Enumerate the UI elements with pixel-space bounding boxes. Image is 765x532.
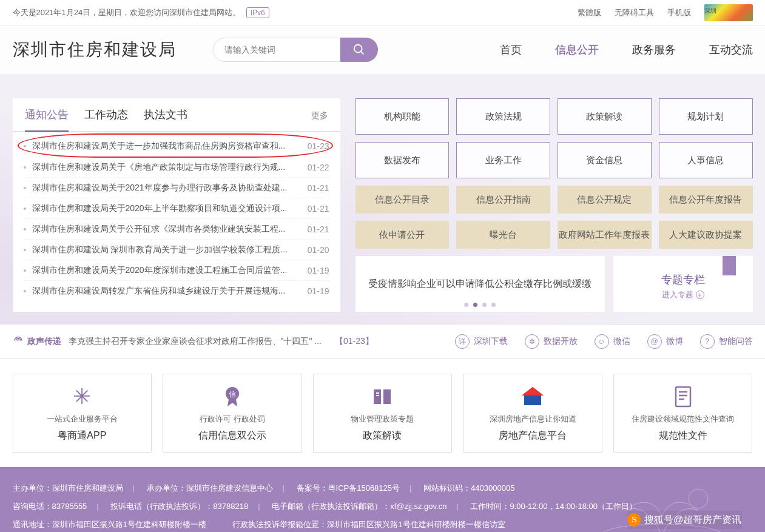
news-title[interactable]: 深圳市住房和建设局 深圳市教育局关于进一步加强学校装修工程质... <box>32 244 298 255</box>
grid-cell[interactable]: 机构职能 <box>356 98 450 135</box>
carousel-dots <box>464 303 496 307</box>
news-title[interactable]: 深圳市住房和建设局关于2021年度参与办理行政事务及协助查处建... <box>32 183 298 194</box>
grid-cell[interactable]: 信息公开年度报告 <box>659 186 753 214</box>
grid-cell[interactable]: 政府网站工作年度报表 <box>558 221 652 249</box>
news-item: 深圳市住房和建设局关于《房地产政策制定与市场管理行政行为规...01-22 <box>24 157 329 177</box>
link-traditional[interactable]: 繁體版 <box>578 0 601 25</box>
service-card[interactable]: 住房建设领域规范性文件查询规范性文件 <box>613 374 753 453</box>
policy-ticker-row: 政声传递 李克强主持召开专家企业家座谈会征求对政府工作报告、"十四五" ... … <box>0 324 765 359</box>
news-item: 深圳市住房和建设局 深圳市教育局关于进一步加强学校装修工程质...01-20 <box>24 239 329 260</box>
news-title[interactable]: 深圳市住房和建设局关于2020年度深圳市建设工程施工合同后监管... <box>32 265 298 276</box>
footer-email: 电子邮箱（行政执法投诉邮箱）：xf@zjj.sz.gov.cn <box>272 502 447 511</box>
plus-icon: + <box>696 291 704 299</box>
footer-host: 主办单位：深圳市住房和建设局 <box>13 483 123 493</box>
grid-cell[interactable]: 数据发布 <box>356 142 450 178</box>
link-icon: 详 <box>455 334 470 349</box>
main-nav: 首页 信息公开 政务服务 互动交流 <box>500 42 753 57</box>
tab-enforcement[interactable]: 执法文书 <box>144 107 187 130</box>
quick-link[interactable]: ✲数据开放 <box>525 334 578 349</box>
card-icon <box>672 385 694 409</box>
quick-link[interactable]: @微博 <box>647 334 683 349</box>
search-button[interactable] <box>340 38 378 62</box>
news-date: 01-21 <box>308 224 329 234</box>
info-grid: 机构职能政策法规政策解读规划计划 数据发布业务工作资金信息人事信息 信息公开目录… <box>356 98 753 312</box>
nav-home[interactable]: 首页 <box>500 42 522 57</box>
topics-title: 专题专栏 <box>661 272 705 287</box>
tab-work-news[interactable]: 工作动态 <box>84 107 128 130</box>
grid-cell[interactable]: 业务工作 <box>456 142 550 178</box>
news-date: 01-22 <box>308 163 329 172</box>
grid-cell[interactable]: 政策解读 <box>558 98 652 135</box>
card-icon <box>370 385 394 409</box>
bullet-icon <box>24 290 26 292</box>
ticker-text[interactable]: 李克强主持召开专家企业家座谈会征求对政府工作报告、"十四五" ... <box>69 336 322 347</box>
site-title[interactable]: 深圳市住房和建设局 <box>13 38 177 61</box>
broadcast-icon <box>13 336 24 347</box>
nav-info-disclosure[interactable]: 信息公开 <box>555 42 599 57</box>
grid-cell[interactable]: 依申请公开 <box>356 221 450 249</box>
news-item: 深圳市住房和建设局关于进一步加强我市商品住房购房资格审查和...01-23 <box>24 136 329 157</box>
policy-label: 政声传递 <box>13 336 61 347</box>
banner-carousel[interactable]: 受疫情影响企业可以申请降低公积金缴存比例或缓缴 <box>356 256 605 312</box>
news-title[interactable]: 深圳市住房和建设局转发广东省住房和城乡建设厅关于开展违规海... <box>32 286 298 297</box>
service-cards: ✳一站式企业服务平台粤商通APP信行政许可 行政处罚信用信息双公示物业管理政策专… <box>0 359 765 467</box>
news-title[interactable]: 深圳市住房和建设局关于进一步加强我市商品住房购房资格审查和... <box>32 141 298 152</box>
service-card[interactable]: 深圳房地产信息让你知道房地产信息平台 <box>463 374 602 453</box>
grid-cell[interactable]: 人大建议政协提案 <box>659 221 753 249</box>
banner-text: 受疫情影响企业可以申请降低公积金缴存比例或缓缴 <box>368 278 591 291</box>
ipv6-badge[interactable]: IPv6 <box>246 7 269 18</box>
nav-gov-services[interactable]: 政务服务 <box>632 42 676 57</box>
footer-icp[interactable]: 备案号：粤ICP备15068125号 <box>297 483 400 493</box>
service-card[interactable]: 信行政许可 行政处罚信用信息双公示 <box>163 374 302 453</box>
news-item: 深圳市住房和建设局关于2020年上半年勘察项目和轨道交通设计项...01-21 <box>24 198 329 218</box>
bullet-icon <box>24 228 26 231</box>
news-date: 01-19 <box>308 266 329 275</box>
grid-cell[interactable]: 曝光台 <box>456 221 550 249</box>
tab-notice[interactable]: 通知公告 <box>25 107 69 132</box>
footer-complaint-box: 行政执法投诉举报箱位置：深圳市福田区振兴路1号住建科研楼附楼一楼信访室 <box>232 520 505 529</box>
card-title: 规范性文件 <box>659 429 707 442</box>
grid-cell[interactable]: 政策法规 <box>456 98 550 135</box>
grid-cell[interactable]: 信息公开目录 <box>356 186 450 214</box>
grid-cell[interactable]: 信息公开指南 <box>456 186 550 214</box>
link-accessibility[interactable]: 无障碍工具 <box>615 0 654 25</box>
news-item: 深圳市住房和建设局转发广东省住房和城乡建设厅关于开展违规海...01-19 <box>24 280 329 301</box>
search-input[interactable] <box>213 38 340 62</box>
grid-cell[interactable]: 人事信息 <box>659 142 753 178</box>
footer-org: 承办单位：深圳市住房建设信息中心 <box>147 483 273 493</box>
bullet-icon <box>24 269 26 272</box>
quick-link[interactable]: 详深圳下载 <box>455 334 508 349</box>
nav-interaction[interactable]: 互动交流 <box>709 42 753 57</box>
quick-icons: 详深圳下载✲数据开放☺微信@微博?智能问答 <box>455 334 753 349</box>
service-card[interactable]: ✳一站式企业服务平台粤商通APP <box>13 374 152 453</box>
card-icon <box>519 385 546 409</box>
grid-cell[interactable]: 资金信息 <box>558 142 652 178</box>
news-title[interactable]: 深圳市住房和建设局关于《房地产政策制定与市场管理行政行为规... <box>32 162 298 173</box>
card-icon: ✳ <box>73 385 91 409</box>
watermark: S 搜狐号@超哥房产资讯 <box>627 511 741 529</box>
news-title[interactable]: 深圳市住房和建设局关于2020年上半年勘察项目和轨道交通设计项... <box>32 203 298 214</box>
date-text: 今天是2021年1月24日，星期日，欢迎您访问深圳市住建局网站。 <box>13 8 241 17</box>
news-date: 01-21 <box>308 183 329 193</box>
quick-link[interactable]: ☺微信 <box>595 334 630 349</box>
grid-cell[interactable]: 规划计划 <box>659 98 753 135</box>
news-list: 深圳市住房和建设局关于进一步加强我市商品住房购房资格审查和...01-23深圳市… <box>13 132 340 312</box>
news-title[interactable]: 深圳市住房和建设局关于公开征求《深圳市各类物业建筑安装工程... <box>32 224 298 235</box>
more-link[interactable]: 更多 <box>311 110 328 121</box>
quick-link[interactable]: ?智能问答 <box>700 334 753 349</box>
topics-enter[interactable]: 进入专题+ <box>662 289 704 300</box>
news-date: 01-23 <box>308 141 329 151</box>
sohu-icon: S <box>627 513 641 527</box>
ticker-date: 【01-23】 <box>335 336 374 347</box>
service-card[interactable]: 物业管理政策专题政策解读 <box>313 374 453 453</box>
bullet-icon <box>24 207 26 210</box>
bullet-icon <box>24 187 26 189</box>
topics-panel[interactable]: 专题专栏 进入专题+ <box>613 256 753 312</box>
news-item: 深圳市住房和建设局关于公开征求《深圳市各类物业建筑安装工程...01-21 <box>24 218 329 239</box>
footer: 主办单位：深圳市住房和建设局| 承办单位：深圳市住房建设信息中心| 备案号：粤I… <box>0 467 765 532</box>
grid-cell[interactable]: 信息公开规定 <box>558 186 652 214</box>
link-mobile[interactable]: 手机版 <box>667 0 691 25</box>
bullet-icon <box>24 145 26 147</box>
news-item: 深圳市住房和建设局关于2020年度深圳市建设工程施工合同后监管...01-19 <box>24 260 329 280</box>
top-bar: 今天是2021年1月24日，星期日，欢迎您访问深圳市住建局网站。 IPv6 繁體… <box>0 0 765 25</box>
